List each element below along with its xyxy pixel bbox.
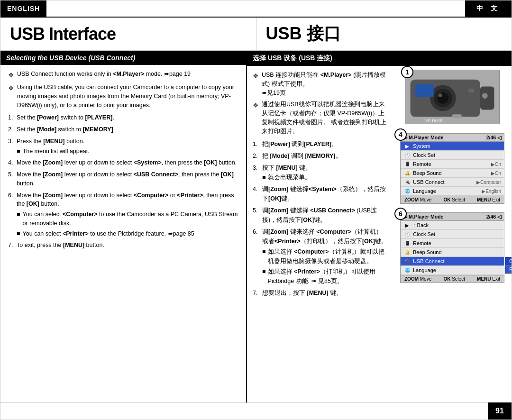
svg-rect-6 <box>415 84 433 97</box>
title-left: USB Interface <box>0 18 256 50</box>
step-num-2: 2. <box>8 125 17 134</box>
submenu-printer: Printer <box>505 265 512 273</box>
menu6-row-usbconnect: 🔌 USB Connect Computer Printer <box>401 257 504 266</box>
left-step-2: 2. Set the [Mode] switch to [MEMORY]. <box>8 125 238 134</box>
step-num-7: 7. <box>8 241 17 250</box>
left-step-6: 6. Move the [Zoom] lever up or down to s… <box>8 191 238 238</box>
bullet-sym-2: ❖ <box>8 83 14 93</box>
menu-screen-6: ▶ M.Player Mode 2/46 ◁ ▶ ↑ Back 🕐 Clock … <box>400 212 504 283</box>
cn-step-2-text: 把 [Mode] 调到 [MEMORY]。 <box>262 151 342 161</box>
page-number: 91 <box>495 407 504 415</box>
left-steps-list: 1. Set the [Power] switch to [PLAYER]. 2… <box>8 113 238 250</box>
left-bullet-1-text: USB Connect function works only in <M.Pl… <box>17 70 238 79</box>
title-row: USB Interface USB 接口 <box>0 18 512 51</box>
right-text-area: ❖ USB 连接功能只能在 <M.Player> (照片播放模式) 模式下使用。… <box>247 66 393 402</box>
left-section-body: ❖ USB Connect function works only in <M.… <box>0 65 246 402</box>
bottom-footer: 91 <box>0 402 512 420</box>
cn-step-4: 4. 调[Zoom] 键选择<System>（系统），然后按下[OK]键。 <box>253 184 387 203</box>
camera-image: VP-D965 <box>405 70 500 124</box>
menu6-footer-menu: MENU Exit <box>477 276 500 282</box>
step-num-4: 4. <box>8 158 17 167</box>
menu6-row-beep: 🔔 Beep Sound <box>401 248 504 257</box>
circle-marker-1: 1 <box>401 66 413 78</box>
svg-point-8 <box>482 93 488 99</box>
left-bullet-2: ❖ Using the USB cable, you can connect y… <box>8 83 238 110</box>
step-num-5: 5. <box>8 170 17 179</box>
left-bullet-2-text: Using the USB cable, you can connect you… <box>17 83 238 110</box>
step-text-5: Move the [Zoom] lever up or down to sele… <box>17 170 238 188</box>
menu4-row-remote: 📱 Remote ▶On <box>401 160 504 169</box>
cn-step-4-text: 调[Zoom] 键选择<System>（系统），然后按下[OK]键。 <box>262 184 387 203</box>
step-text-4: Move the [Zoom] lever up or down to sele… <box>17 158 238 167</box>
menu4-footer-menu: MENU Exit <box>477 197 500 202</box>
cn-step-1: 1. 把[Power] 调到[PLAYER]。 <box>253 139 387 149</box>
menu4-page-indicator: 2/46 ◁ <box>486 135 501 140</box>
submenu-computer: Computer <box>505 257 512 265</box>
menu4-footer-zoom: ZOOM Move <box>404 197 431 202</box>
right-section-header: 选择 USB 设备 (USB 连接) <box>247 51 512 66</box>
cn-step-5-text: 调[Zoom] 键选择 <USB Connect> (USB连接)，然后按下[O… <box>262 206 387 225</box>
circle-marker-4: 4 <box>394 128 407 141</box>
cn-step-7-text: 想要退出，按下 [MENU] 键。 <box>262 288 342 298</box>
menu4-title-text: ▶ M.Player Mode <box>403 135 443 140</box>
menu6-row-remote: 📱 Remote <box>401 239 504 248</box>
step-text-7: To exit, press the [MENU] button. <box>17 241 238 250</box>
menu6-row-language: 🌐 Language <box>401 266 504 275</box>
cn-step-5: 5. 调[Zoom] 键选择 <USB Connect> (USB连接)，然后按… <box>253 206 387 225</box>
lang-chinese-label: 中 文 <box>465 0 512 17</box>
menu4-row-beep: 🔔 Beep Sound ▶On <box>401 169 504 178</box>
bullet-sym-1: ❖ <box>8 70 14 80</box>
menu6-footer-zoom: ZOOM Move <box>404 276 431 282</box>
cn-step-2: 2. 把 [Mode] 调到 [MEMORY]。 <box>253 151 387 161</box>
cn-step-6: 6. 调[Zoom] 键来选择 <Computer>（计算机）或者<Printe… <box>253 227 387 286</box>
left-bullet-1: ❖ USB Connect function works only in <M.… <box>8 70 238 80</box>
menu4-footer-ok: OK Select <box>443 197 465 202</box>
cn-step-1-text: 把[Power] 调到[PLAYER]。 <box>262 139 338 149</box>
left-column: Selecting the USB Device (USB Connect) ❖… <box>0 51 247 402</box>
page-title-en: USB Interface <box>10 24 116 44</box>
left-step-5: 5. Move the [Zoom] lever up or down to s… <box>8 170 238 188</box>
cn-step-6-text: 调[Zoom] 键来选择 <Computer>（计算机）或者<Printer>（… <box>262 227 387 286</box>
step-num-3: 3. <box>8 137 17 146</box>
left-section-header-text: Selecting the USB Device (USB Connect) <box>6 54 135 62</box>
page-number-area: 91 <box>488 402 512 420</box>
cn-step-7: 7. 想要退出，按下 [MENU] 键。 <box>253 288 387 298</box>
right-column: 选择 USB 设备 (USB 连接) ❖ USB 连接功能只能在 <M.Play… <box>247 51 512 402</box>
cn-bullet-2: ❖ 通过使用USB线你可以把机器连接到电脑上来从记忆卡（或者内存；仅限 VP-D… <box>253 100 387 136</box>
cn-bullet-2-text: 通过使用USB线你可以把机器连接到电脑上来从记忆卡（或者内存；仅限 VP-D96… <box>262 100 387 136</box>
cn-step-3-text: 按下 [MENU] 键。 ■ 就会出现菜单。 <box>262 163 311 182</box>
menu4-row-clockset: 🕐 Clock Set <box>401 151 504 160</box>
step-num-1: 1. <box>8 113 17 122</box>
left-section-header: Selecting the USB Device (USB Connect) <box>0 51 246 65</box>
menu-screen-6-wrap: 6 ▶ M.Player Mode 2/46 ◁ ▶ ↑ Back <box>400 212 504 283</box>
step-text-6: Move the [Zoom] lever up or down to sele… <box>17 191 238 238</box>
step-text-3: Press the [MENU] button. ■ The menu list… <box>17 137 238 156</box>
circle-marker-6: 6 <box>394 208 407 220</box>
title-right: USB 接口 <box>256 18 512 50</box>
menu4-footer: ZOOM Move OK Select MENU Exit <box>401 196 504 203</box>
svg-point-5 <box>439 93 442 97</box>
cn-bullet-1: ❖ USB 连接功能只能在 <M.Player> (照片播放模式) 模式下使用。… <box>253 71 387 97</box>
camera-diagram-wrap: 1 <box>405 70 500 126</box>
menu4-row-language: 🌐 Language ▶English <box>401 187 504 196</box>
cn-step-3: 3. 按下 [MENU] 键。 ■ 就会出现菜单。 <box>253 163 387 182</box>
menu6-title-bar: ▶ M.Player Mode 2/46 ◁ <box>401 213 504 221</box>
menu-screen-4: ▶ M.Player Mode 2/46 ◁ ▶ System <box>400 133 504 204</box>
menu6-footer-ok: OK Select <box>443 276 465 282</box>
right-section-header-text: 选择 USB 设备 (USB 连接) <box>253 54 332 62</box>
menu-screen-4-wrap: 4 ▶ M.Player Mode 2/46 ◁ ▶ System <box>400 133 504 204</box>
menu6-page-indicator: 2/46 ◁ <box>486 214 501 219</box>
menu4-title-bar: ▶ M.Player Mode 2/46 ◁ <box>401 134 504 142</box>
left-step-4: 4. Move the [Zoom] lever up or down to s… <box>8 158 238 167</box>
left-step-3: 3. Press the [MENU] button. ■ The menu l… <box>8 137 238 156</box>
main-content: Selecting the USB Device (USB Connect) ❖… <box>0 51 512 402</box>
svg-rect-10 <box>452 114 462 118</box>
top-bar: ENGLISH 中 文 <box>0 0 512 18</box>
right-diagram-area: 1 <box>393 66 512 402</box>
cn-steps-list: 1. 把[Power] 调到[PLAYER]。 2. 把 [Mode] 调到 [… <box>253 139 387 298</box>
menu6-row-clockset: 🕐 Clock Set <box>401 230 504 239</box>
step-text-1: Set the [Power] switch to [PLAYER]. <box>17 113 238 122</box>
right-content-split: ❖ USB 连接功能只能在 <M.Player> (照片播放模式) 模式下使用。… <box>247 66 512 402</box>
svg-rect-1 <box>480 86 494 110</box>
step-num-6: 6. <box>8 191 17 200</box>
